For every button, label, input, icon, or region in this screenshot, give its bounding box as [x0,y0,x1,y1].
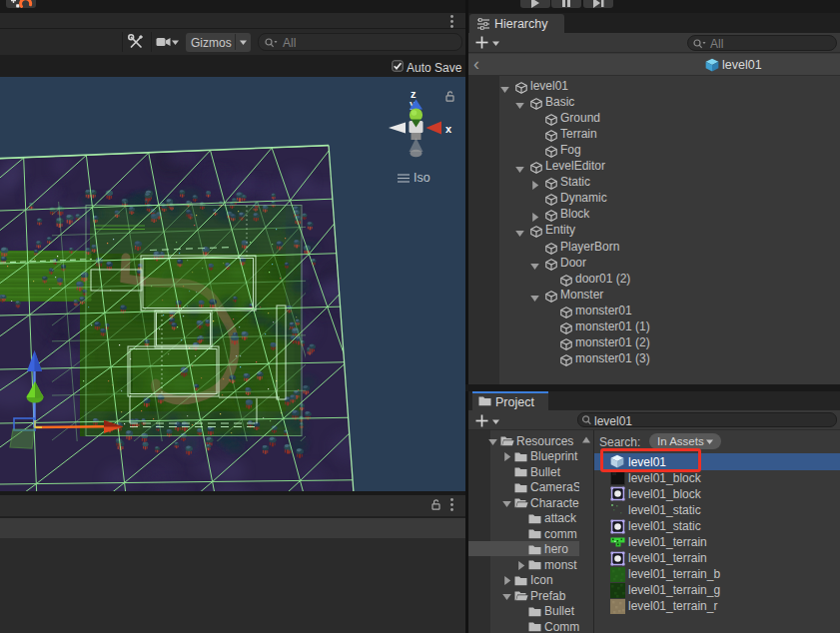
svg-text:x: x [445,123,452,135]
